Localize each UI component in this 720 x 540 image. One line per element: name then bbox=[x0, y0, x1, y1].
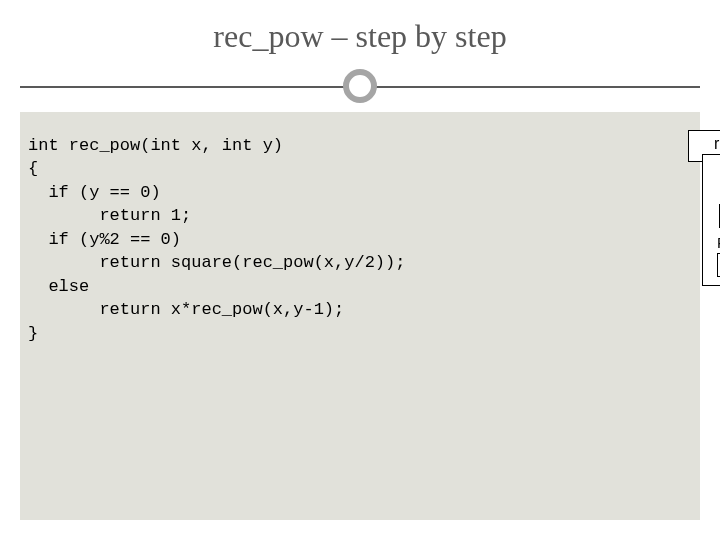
frame-back-title: rec_pow(2, 5) bbox=[697, 135, 720, 153]
title-ring-icon bbox=[343, 69, 377, 103]
title-area: rec_pow – step by step bbox=[0, 0, 720, 126]
code-block: int rec_pow(int x, int y) { if (y == 0) … bbox=[28, 134, 405, 345]
slide: rec_pow – step by step int rec_pow(int x… bbox=[0, 0, 720, 540]
var-x-label: x bbox=[715, 185, 721, 202]
var-x: x 2 bbox=[715, 185, 721, 228]
slide-title: rec_pow – step by step bbox=[0, 18, 720, 55]
vars-row: x 2 y 4 bbox=[711, 185, 720, 228]
body-area: int rec_pow(int x, int y) { if (y == 0) … bbox=[20, 112, 700, 520]
stack-frame-front: rec_pow(2, 4) x 2 y 4 Returns… bbox=[702, 154, 720, 286]
frame-front-title: rec_pow(2, 4) bbox=[711, 161, 720, 179]
returns-label: Returns… bbox=[711, 234, 720, 251]
